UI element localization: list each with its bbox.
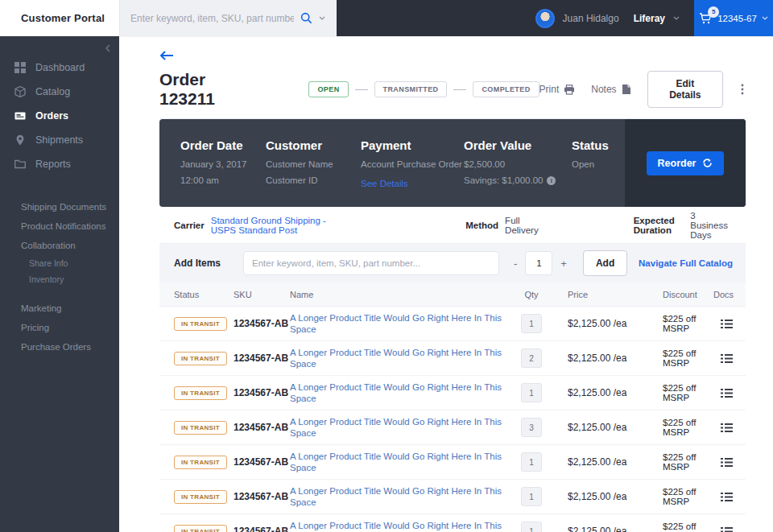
quantity-increase-button[interactable]: + xyxy=(560,258,567,270)
order-status-value: Open xyxy=(572,159,625,169)
kebab-menu-icon[interactable] xyxy=(739,82,746,97)
product-title-link[interactable]: A Longer Product Title Would Go Right He… xyxy=(290,417,502,438)
product-title-link[interactable]: A Longer Product Title Would Go Right He… xyxy=(290,521,502,532)
folder-icon xyxy=(14,159,26,170)
docs-list-icon[interactable] xyxy=(713,526,733,532)
sidebar-item-catalog[interactable]: Catalog xyxy=(0,80,119,104)
summary-payment: Payment Account Purchase Order See Detai… xyxy=(361,119,464,207)
item-qty[interactable]: 1 xyxy=(521,452,542,472)
navigate-full-catalog-link[interactable]: Navigate Full Catalog xyxy=(639,258,733,268)
app-title: Customer Portal xyxy=(21,12,105,24)
step-connector xyxy=(453,89,466,90)
order-date-value: January 3, 2017 xyxy=(180,159,266,169)
notes-button[interactable]: Notes xyxy=(591,84,630,95)
sidebar-item-shipping-documents[interactable]: Shipping Documents xyxy=(0,197,119,217)
topbar: Juan Hidalgo Liferay 5 12345-67 xyxy=(119,0,773,36)
cart-button[interactable]: 5 xyxy=(699,12,713,25)
sidebar-item-shipments[interactable]: Shipments xyxy=(0,128,119,152)
item-qty[interactable]: 3 xyxy=(521,418,542,437)
carrier-row: Carrier Standard Ground Shipping - USPS … xyxy=(159,207,746,244)
main-content: Order 123211 OPEN TRANSMITTED COMPLETED … xyxy=(119,36,773,532)
docs-list-icon[interactable] xyxy=(713,492,733,502)
cart-count-badge: 5 xyxy=(708,6,719,18)
order-header: Order 123211 OPEN TRANSMITTED COMPLETED … xyxy=(159,70,746,109)
docs-list-icon[interactable] xyxy=(713,388,733,398)
edit-details-button[interactable]: Edit Details xyxy=(647,71,723,108)
info-icon[interactable]: i xyxy=(547,176,556,185)
docs-list-icon[interactable] xyxy=(713,457,733,468)
order-time-value: 12:00 am xyxy=(180,175,266,185)
sidebar-item-purchase-orders[interactable]: Purchase Orders xyxy=(0,337,119,357)
item-qty[interactable]: 2 xyxy=(521,348,542,368)
orders-icon xyxy=(14,110,26,122)
product-title-link[interactable]: A Longer Product Title Would Go Right He… xyxy=(290,452,502,472)
search-chevron-down-icon[interactable] xyxy=(319,16,325,20)
right-column: Juan Hidalgo Liferay 5 12345-67 xyxy=(119,0,773,532)
left-column: Customer Portal Dashboard Catalog xyxy=(0,0,119,532)
see-details-link[interactable]: See Details xyxy=(361,179,408,188)
dashboard-icon xyxy=(14,62,26,73)
add-items-label: Add Items xyxy=(174,258,221,269)
sidebar-item-collaboration[interactable]: Collaboration xyxy=(0,236,119,255)
user-name: Juan Hidalgo xyxy=(563,13,619,24)
item-sku: 1234567-AB xyxy=(234,353,290,364)
item-discount: $225 off MSRP xyxy=(649,452,713,472)
item-discount: $225 off MSRP xyxy=(649,314,713,333)
item-qty[interactable]: 1 xyxy=(521,314,542,333)
item-price: $2,125.00 /ea xyxy=(548,526,649,532)
reorder-button[interactable]: Reorder xyxy=(647,151,725,175)
item-qty[interactable]: 1 xyxy=(521,487,542,506)
order-total-value: $2,500.00 xyxy=(464,159,572,169)
docs-list-icon[interactable] xyxy=(713,423,733,433)
reorder-zone: Reorder xyxy=(625,119,746,207)
account-chevron-down-icon[interactable] xyxy=(762,16,768,20)
product-title-link[interactable]: A Longer Product Title Would Go Right He… xyxy=(290,313,502,334)
sidebar-collapse-icon[interactable] xyxy=(105,41,111,56)
product-title-link[interactable]: A Longer Product Title Would Go Right He… xyxy=(290,348,502,369)
table-row: IN TRANSIT 1234567-AB A Longer Product T… xyxy=(159,480,746,514)
add-button[interactable]: Add xyxy=(583,250,627,276)
refresh-icon xyxy=(702,158,713,168)
sidebar-item-orders[interactable]: Orders xyxy=(0,104,119,128)
quantity-decrease-button[interactable]: - xyxy=(514,258,517,270)
sidebar-item-label: Catalog xyxy=(35,86,70,97)
add-items-search-input[interactable] xyxy=(243,251,499,275)
cart-account-zone[interactable]: 5 12345-67 xyxy=(694,0,773,36)
sidebar-item-label: Shipments xyxy=(35,134,83,146)
sidebar-item-marketing[interactable]: Marketing xyxy=(0,299,119,318)
sidebar-item-dashboard[interactable]: Dashboard xyxy=(0,56,119,80)
sidebar-item-pricing[interactable]: Pricing xyxy=(0,318,119,337)
item-discount: $225 off MSRP xyxy=(649,522,713,532)
item-price: $2,125.00 /ea xyxy=(548,456,649,468)
product-title-link[interactable]: A Longer Product Title Would Go Right He… xyxy=(290,382,502,403)
user-avatar[interactable] xyxy=(535,9,555,28)
sidebar-item-reports[interactable]: Reports xyxy=(0,152,119,176)
search-input[interactable] xyxy=(130,13,294,24)
item-sku: 1234567-AB xyxy=(234,387,290,398)
search-icon[interactable] xyxy=(300,12,312,24)
customer-id-value: Customer ID xyxy=(266,175,361,185)
sidebar-item-label: Dashboard xyxy=(35,62,85,73)
summary-title: Order Date xyxy=(180,138,266,152)
docs-list-icon[interactable] xyxy=(713,353,733,364)
status-badge: IN TRANSIT xyxy=(174,490,227,504)
back-arrow-icon[interactable] xyxy=(159,51,174,60)
org-chevron-down-icon[interactable] xyxy=(673,16,680,20)
item-qty[interactable]: 1 xyxy=(521,383,542,402)
item-qty[interactable]: 1 xyxy=(521,522,542,532)
print-button[interactable]: Print xyxy=(539,84,576,95)
sidebar-item-inventory[interactable]: Inventory xyxy=(0,271,119,287)
docs-list-icon[interactable] xyxy=(713,319,733,329)
carrier-link[interactable]: Standard Ground Shipping - USPS Standard… xyxy=(211,216,327,235)
sidebar-item-product-notifications[interactable]: Product Notifications xyxy=(0,217,119,236)
product-title-link[interactable]: A Longer Product Title Would Go Right He… xyxy=(290,486,502,507)
status-step-completed: COMPLETED xyxy=(473,81,539,97)
summary-order-value: Order Value $2,500.00 Savings: $1,000.00… xyxy=(464,119,572,207)
items-table-body: IN TRANSIT 1234567-AB A Longer Product T… xyxy=(159,307,746,532)
sidebar-item-share-info[interactable]: Share Info xyxy=(0,255,119,271)
account-selector[interactable]: 12345-67 xyxy=(717,14,757,23)
org-selector[interactable]: Liferay xyxy=(634,13,665,24)
quantity-input[interactable] xyxy=(525,251,552,275)
item-price: $2,125.00 /ea xyxy=(548,387,649,398)
add-items-band: Add Items - + Add Navigate Full Catalog xyxy=(159,244,746,282)
